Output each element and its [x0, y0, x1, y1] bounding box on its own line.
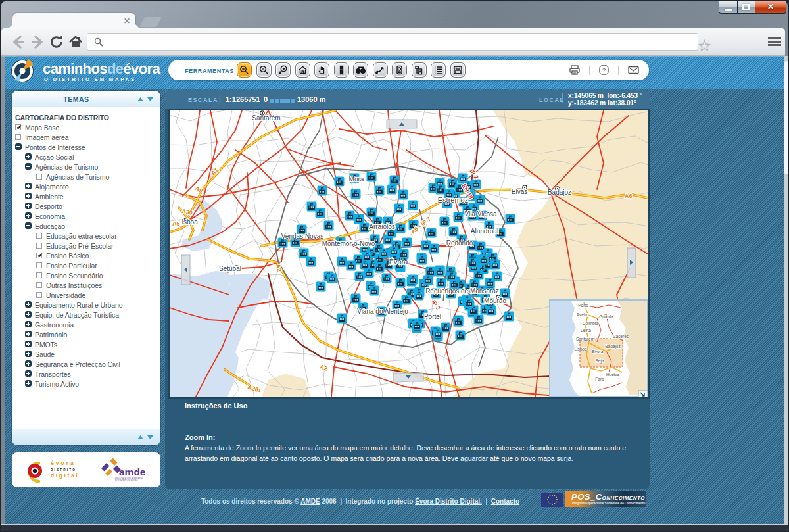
svg-text:Vendas Novas: Vendas Novas	[281, 233, 324, 240]
svg-text:Aveiro: Aveiro	[577, 312, 589, 317]
svg-text:Mourão: Mourão	[484, 297, 506, 304]
svg-text:Mora: Mora	[349, 176, 364, 183]
svg-text:A6: A6	[625, 193, 633, 199]
svg-text:Lisboa: Lisboa	[178, 218, 198, 226]
svg-text:?: ?	[602, 67, 606, 74]
svg-text:digital: digital	[51, 472, 79, 479]
svg-text:Évora: Évora	[389, 258, 409, 266]
svg-text:Beja: Beja	[595, 358, 604, 364]
svg-text:Reguengos de Monsaraz: Reguengos de Monsaraz	[425, 287, 499, 295]
svg-text:Faro: Faro	[595, 377, 604, 381]
svg-text:Badajoz: Badajoz	[605, 344, 621, 349]
svg-text:Santarém: Santarém	[252, 114, 280, 122]
svg-text:Guarda: Guarda	[599, 314, 613, 319]
svg-text:Alandroal: Alandroal	[471, 228, 498, 235]
svg-text:Arraiolos: Arraiolos	[369, 223, 394, 230]
svg-text:Viana do Alentejo: Viana do Alentejo	[357, 308, 408, 315]
svg-text:amde: amde	[119, 466, 146, 477]
svg-text:Portel: Portel	[424, 313, 441, 320]
svg-text:Coimbra: Coimbra	[583, 321, 599, 326]
svg-text:Leiria: Leiria	[581, 328, 591, 333]
svg-text:Elvas: Elvas	[512, 188, 527, 195]
svg-text:évora: évora	[51, 460, 76, 466]
svg-text:DISTRITO: DISTRITO	[51, 468, 76, 472]
svg-text:A2: A2	[275, 264, 283, 272]
svg-text:Redondo: Redondo	[446, 239, 473, 247]
svg-text:Santarém: Santarém	[576, 337, 594, 341]
svg-text:Porto: Porto	[578, 303, 588, 308]
svg-text:Lisboa: Lisboa	[574, 347, 587, 351]
svg-text:Badajoz: Badajoz	[548, 189, 571, 196]
svg-text:Montemor-o-Novo: Montemor-o-Novo	[322, 240, 375, 247]
svg-text:Huelva: Huelva	[606, 372, 620, 377]
svg-text:A5: A5	[172, 220, 180, 227]
svg-text:DO DISTRITO DE ÉVORA: DO DISTRITO DE ÉVORA	[115, 479, 137, 482]
svg-text:Cáceres: Cáceres	[613, 334, 629, 339]
svg-text:Setúbal: Setúbal	[219, 265, 241, 272]
svg-text:Évora: Évora	[592, 349, 604, 354]
svg-text:Vila Viçosa: Vila Viçosa	[464, 210, 497, 218]
svg-text:Estremoz: Estremoz	[438, 196, 468, 204]
